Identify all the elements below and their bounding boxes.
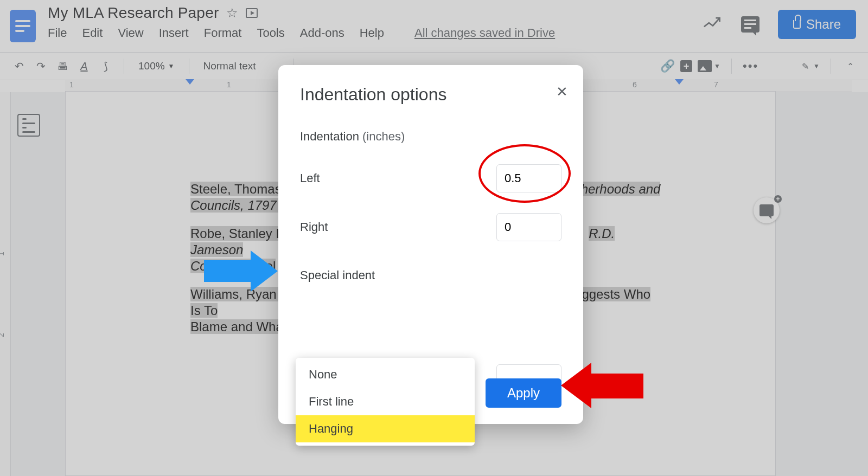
dropdown-option-none[interactable]: None bbox=[296, 361, 475, 388]
close-icon[interactable]: ✕ bbox=[556, 83, 568, 100]
dropdown-option-hanging[interactable]: Hanging bbox=[296, 415, 475, 442]
right-indent-label: Right bbox=[300, 220, 328, 234]
special-indent-dropdown: None First line Hanging bbox=[296, 358, 475, 446]
dialog-subtitle: Indentation (inches) bbox=[300, 130, 561, 144]
indentation-options-dialog: Indentation options ✕ Indentation (inche… bbox=[278, 65, 583, 424]
left-indent-input[interactable] bbox=[496, 164, 561, 192]
special-indent-label: Special indent bbox=[300, 268, 561, 282]
dropdown-option-first-line[interactable]: First line bbox=[296, 388, 475, 415]
right-indent-input[interactable] bbox=[496, 213, 561, 241]
dialog-title: Indentation options bbox=[300, 85, 561, 105]
left-indent-label: Left bbox=[300, 171, 320, 185]
apply-button[interactable]: Apply bbox=[486, 378, 561, 408]
